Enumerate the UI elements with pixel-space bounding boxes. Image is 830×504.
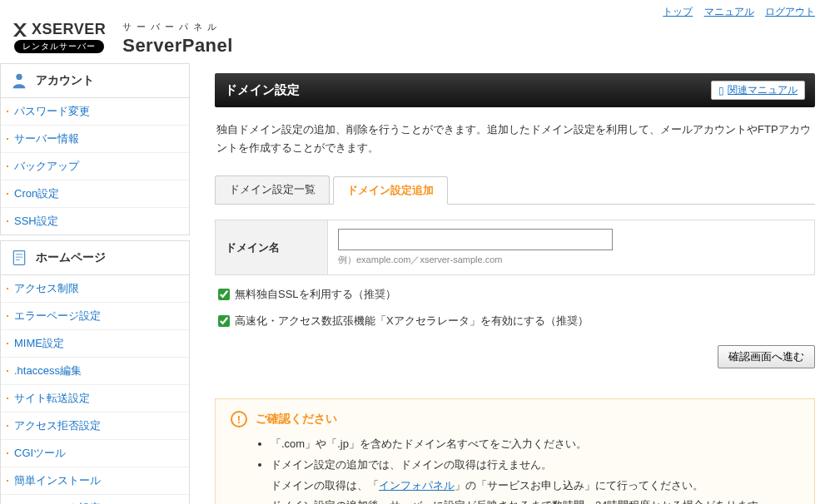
ssl-checkbox[interactable] xyxy=(218,289,230,300)
main-content: ドメイン設定 ▯ 関連マニュアル 独自ドメイン設定の追加、削除を行うことができま… xyxy=(190,63,830,504)
accelerator-checkbox[interactable] xyxy=(218,315,230,327)
notice-item: ドメイン設定の追加後、サーバーに設定が反映されるまで数時間～24時間程度かかる場… xyxy=(271,496,799,504)
sidebar-item-password[interactable]: パスワード変更 xyxy=(1,98,189,125)
rental-server-badge: レンタルサーバー xyxy=(14,40,104,53)
book-icon: ▯ xyxy=(718,85,724,96)
sidebar-item-deny[interactable]: アクセス拒否設定 xyxy=(1,413,189,439)
manual-button[interactable]: ▯ 関連マニュアル xyxy=(711,81,805,100)
logo-block: XSERVER レンタルサーバー xyxy=(12,21,106,53)
panel-title-en: ServerPanel xyxy=(122,35,233,57)
sidebar-item-webfont[interactable]: Webフォント設定 xyxy=(1,495,189,504)
document-icon xyxy=(9,248,29,268)
sidebar: アカウント パスワード変更 サーバー情報 バックアップ Cron設定 SSH設定… xyxy=(0,63,190,504)
sidebar-item-backup[interactable]: バックアップ xyxy=(1,153,189,180)
infopanel-link[interactable]: インフォパネル xyxy=(379,479,455,492)
xserver-logo-icon xyxy=(12,22,28,38)
sidebar-section-homepage: ホームページ xyxy=(0,240,190,275)
sidebar-item-cron[interactable]: Cron設定 xyxy=(1,180,189,207)
domain-name-input[interactable] xyxy=(338,229,613,250)
notice-item: ドメイン設定の追加では、ドメインの取得は行えません。 ドメインの取得は、「インフ… xyxy=(271,455,799,496)
notice-box: ! ご確認ください 「.com」や「.jp」を含めたドメイン名すべてをご入力くだ… xyxy=(215,398,815,504)
ssl-checkbox-row[interactable]: 無料独自SSLを利用する（推奨） xyxy=(218,287,815,302)
exclamation-icon: ! xyxy=(231,411,247,427)
panel-title-jp: サーバーパネル xyxy=(122,21,233,33)
sidebar-item-mime[interactable]: MIME設定 xyxy=(1,330,189,357)
svg-rect-1 xyxy=(13,251,24,265)
sidebar-section-account: アカウント xyxy=(0,63,190,98)
sidebar-item-htaccess[interactable]: .htaccess編集 xyxy=(1,358,189,384)
domain-example-text: 例）example.com／xserver-sample.com xyxy=(338,254,804,266)
sidebar-item-cgi[interactable]: CGIツール xyxy=(1,440,189,467)
tab-domain-list[interactable]: ドメイン設定一覧 xyxy=(215,175,330,204)
sidebar-item-ssh[interactable]: SSH設定 xyxy=(1,208,189,235)
user-icon xyxy=(9,71,29,91)
sidebar-item-access-limit[interactable]: アクセス制限 xyxy=(1,275,189,302)
svg-point-0 xyxy=(16,74,22,80)
top-link[interactable]: トップ xyxy=(663,6,693,17)
brand-text: XSERVER xyxy=(32,21,106,38)
sidebar-item-errorpage[interactable]: エラーページ設定 xyxy=(1,303,189,329)
manual-link[interactable]: マニュアル xyxy=(704,6,754,17)
accelerator-checkbox-row[interactable]: 高速化・アクセス数拡張機能「Xアクセラレータ」を有効にする（推奨） xyxy=(218,314,815,329)
page-description: 独自ドメイン設定の追加、削除を行うことができます。追加したドメイン設定を利用して… xyxy=(216,121,813,157)
sidebar-item-serverinfo[interactable]: サーバー情報 xyxy=(1,126,189,152)
tab-domain-add[interactable]: ドメイン設定追加 xyxy=(333,176,448,205)
confirm-button[interactable]: 確認画面へ進む xyxy=(718,345,815,368)
page-title: ドメイン設定 xyxy=(225,82,300,98)
domain-name-label: ドメイン名 xyxy=(216,220,328,275)
sidebar-item-redirect[interactable]: サイト転送設定 xyxy=(1,385,189,412)
header: XSERVER レンタルサーバー サーバーパネル ServerPanel xyxy=(0,19,830,63)
sidebar-item-easyinstall[interactable]: 簡単インストール xyxy=(1,467,189,494)
notice-item: 「.com」や「.jp」を含めたドメイン名すべてをご入力ください。 xyxy=(271,434,799,455)
logout-link[interactable]: ログアウト xyxy=(765,6,815,17)
